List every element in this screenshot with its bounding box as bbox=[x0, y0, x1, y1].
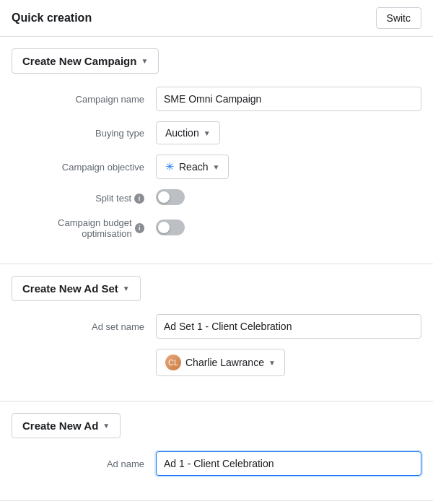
person-dropdown[interactable]: CL Charlie Lawrance ▼ bbox=[156, 349, 285, 376]
adset-section: Create New Ad Set ▼ Ad set name CL Charl… bbox=[0, 264, 433, 401]
split-test-info-icon: i bbox=[134, 194, 144, 204]
ad-section: Create New Ad ▼ Ad name bbox=[0, 401, 433, 501]
footer-status: Creating 1 campaign, 1 ad set and 1 ad bbox=[0, 501, 433, 504]
adset-name-control bbox=[156, 314, 421, 339]
campaign-objective-label: Campaign objective bbox=[12, 162, 156, 173]
ad-name-control bbox=[156, 451, 421, 476]
chevron-down-icon: ▼ bbox=[102, 422, 110, 430]
toggle-track bbox=[156, 189, 185, 205]
campaign-budget-toggle[interactable] bbox=[156, 220, 185, 235]
campaign-objective-row: Campaign objective ✳ Reach ▼ bbox=[12, 155, 421, 179]
campaign-name-control bbox=[156, 87, 421, 111]
create-campaign-button[interactable]: Create New Campaign ▼ bbox=[12, 48, 159, 74]
split-test-label-wrap: Split test i bbox=[95, 193, 144, 204]
chevron-down-icon: ▼ bbox=[123, 284, 130, 292]
split-test-toggle-track[interactable] bbox=[156, 189, 185, 205]
ad-name-input[interactable] bbox=[156, 451, 421, 476]
toggle-thumb bbox=[158, 222, 170, 233]
adset-name-input[interactable] bbox=[156, 314, 421, 339]
campaign-budget-control bbox=[156, 220, 421, 238]
adset-name-label: Ad set name bbox=[12, 321, 156, 332]
buying-type-control: Auction ▼ bbox=[156, 121, 421, 144]
chevron-down-icon: ▼ bbox=[204, 129, 211, 137]
buying-type-value: Auction bbox=[165, 127, 199, 139]
campaign-objective-dropdown[interactable]: ✳ Reach ▼ bbox=[156, 155, 229, 179]
split-test-label: Split test i bbox=[12, 193, 156, 204]
campaign-name-row: Campaign name bbox=[12, 87, 421, 111]
split-test-row: Split test i bbox=[12, 189, 421, 207]
avatar: CL bbox=[165, 355, 181, 370]
page-title: Quick creation bbox=[12, 12, 92, 25]
switch-button[interactable]: Switc bbox=[376, 7, 421, 29]
reach-icon: ✳ bbox=[165, 160, 175, 173]
buying-type-label: Buying type bbox=[12, 128, 156, 139]
create-ad-label: Create New Ad bbox=[22, 420, 98, 432]
chevron-down-icon: ▼ bbox=[212, 163, 219, 171]
chevron-down-icon: ▼ bbox=[268, 359, 276, 367]
split-test-toggle[interactable] bbox=[156, 189, 185, 205]
campaign-budget-toggle-track[interactable] bbox=[156, 220, 185, 235]
buying-type-dropdown[interactable]: Auction ▼ bbox=[156, 121, 220, 144]
create-campaign-label: Create New Campaign bbox=[22, 55, 136, 67]
person-row: CL Charlie Lawrance ▼ bbox=[12, 349, 421, 376]
campaign-objective-control: ✳ Reach ▼ bbox=[156, 155, 421, 179]
campaign-name-label: Campaign name bbox=[12, 94, 156, 105]
ad-name-label: Ad name bbox=[12, 459, 156, 469]
ad-name-row: Ad name bbox=[12, 451, 421, 476]
split-test-control bbox=[156, 189, 421, 207]
header: Quick creation Switc bbox=[0, 0, 433, 37]
person-control: CL Charlie Lawrance ▼ bbox=[156, 349, 421, 376]
avatar-image: CL bbox=[165, 355, 181, 370]
buying-type-row: Buying type Auction ▼ bbox=[12, 121, 421, 144]
toggle-track bbox=[156, 220, 185, 235]
chevron-down-icon: ▼ bbox=[141, 57, 148, 65]
campaign-budget-label: Campaign budget optimisation i bbox=[12, 217, 156, 239]
create-ad-button[interactable]: Create New Ad ▼ bbox=[12, 413, 121, 438]
campaign-budget-label-wrap: Campaign budget optimisation i bbox=[12, 217, 144, 239]
campaign-objective-value: Reach bbox=[179, 161, 208, 173]
create-adset-label: Create New Ad Set bbox=[22, 282, 118, 295]
toggle-thumb bbox=[158, 191, 170, 203]
campaign-section: Create New Campaign ▼ Campaign name Buyi… bbox=[0, 37, 433, 264]
campaign-name-input[interactable] bbox=[156, 87, 421, 111]
person-name: Charlie Lawrance bbox=[185, 357, 264, 368]
campaign-budget-row: Campaign budget optimisation i bbox=[12, 217, 421, 239]
campaign-budget-info-icon: i bbox=[135, 223, 144, 233]
adset-name-row: Ad set name bbox=[12, 314, 421, 339]
create-adset-button[interactable]: Create New Ad Set ▼ bbox=[12, 276, 141, 301]
